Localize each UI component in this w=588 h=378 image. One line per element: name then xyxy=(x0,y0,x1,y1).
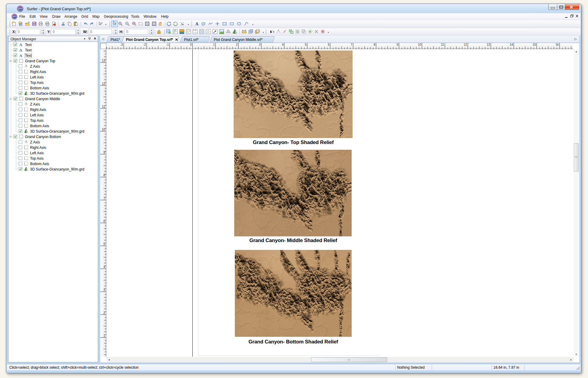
svg-text:-2: -2 xyxy=(143,43,146,46)
svg-text:3: 3 xyxy=(259,43,261,46)
svg-text:-3: -3 xyxy=(120,43,123,46)
svg-text:13: 13 xyxy=(487,43,490,46)
svg-text:15: 15 xyxy=(533,43,536,46)
svg-text:?: ? xyxy=(101,22,103,25)
svg-text:A: A xyxy=(20,48,23,52)
svg-text:4: 4 xyxy=(282,43,284,46)
svg-text:11: 11 xyxy=(102,105,105,108)
svg-text:14: 14 xyxy=(510,43,513,46)
svg-text:13: 13 xyxy=(102,59,105,62)
svg-text:5: 5 xyxy=(305,43,306,46)
svg-text:A: A xyxy=(20,42,23,47)
svg-text:12: 12 xyxy=(464,43,467,46)
svg-text:10: 10 xyxy=(102,128,105,131)
svg-text:A: A xyxy=(20,53,23,57)
svg-text:12: 12 xyxy=(102,82,105,85)
svg-text:0: 0 xyxy=(190,43,192,46)
svg-text:2: 2 xyxy=(236,43,238,46)
svg-text:7: 7 xyxy=(351,43,353,46)
svg-text:-1: -1 xyxy=(166,43,169,46)
svg-text:9: 9 xyxy=(397,43,398,46)
svg-text:1: 1 xyxy=(213,43,215,46)
svg-text:6: 6 xyxy=(328,43,330,46)
svg-text:10: 10 xyxy=(418,43,422,46)
svg-text:16: 16 xyxy=(555,43,559,46)
svg-text:A: A xyxy=(195,22,199,26)
svg-text:11: 11 xyxy=(441,43,444,46)
svg-text:8: 8 xyxy=(374,43,375,46)
